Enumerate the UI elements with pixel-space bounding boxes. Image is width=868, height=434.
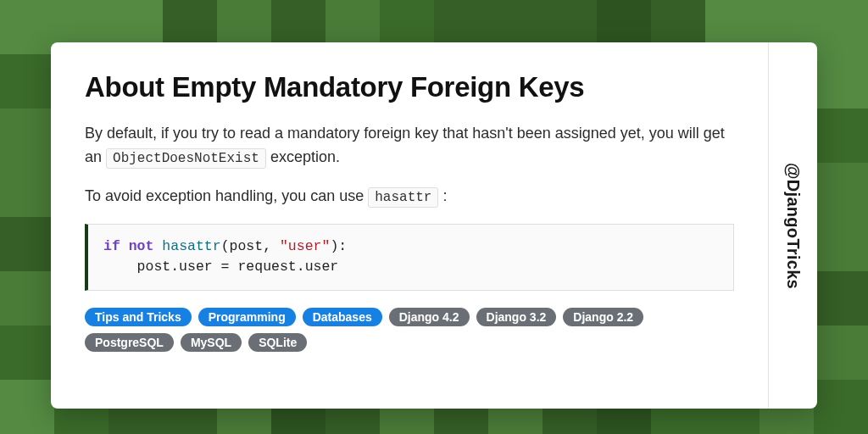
code-keyword-if: if (103, 238, 120, 254)
code-block: if not hasattr(post, "user"): post.user … (85, 224, 734, 292)
tag[interactable]: Django 4.2 (389, 308, 470, 326)
tag[interactable]: Django 2.2 (563, 308, 643, 326)
second-paragraph: To avoid exception handling, you can use… (85, 185, 734, 209)
code-line2: post.user = request.user (103, 259, 338, 275)
para1-text-after: exception. (270, 148, 340, 165)
inline-code-exception: ObjectDoesNotExist (106, 148, 266, 169)
para2-text-before: To avoid exception handling, you can use (85, 187, 368, 204)
page-title: About Empty Mandatory Foreign Keys (85, 71, 734, 103)
code-keyword-not: not (129, 238, 154, 254)
twitter-handle: @DjangoTricks (783, 163, 803, 289)
tag-list: Tips and TricksProgrammingDatabasesDjang… (85, 308, 734, 352)
tag[interactable]: SQLite (248, 333, 307, 352)
code-close: ): (330, 238, 347, 254)
tag[interactable]: Programming (198, 308, 296, 326)
tag[interactable]: MySQL (181, 333, 242, 352)
inline-code-hasattr: hasattr (368, 187, 438, 208)
tag[interactable]: Databases (303, 308, 382, 326)
intro-paragraph: By default, if you try to read a mandato… (85, 122, 734, 170)
code-string-user: "user" (280, 238, 330, 254)
tag[interactable]: Tips and Tricks (85, 308, 192, 326)
para2-text-after: : (442, 187, 447, 204)
tag[interactable]: PostgreSQL (85, 333, 174, 352)
code-function-hasattr: hasattr (162, 238, 220, 254)
tag[interactable]: Django 3.2 (476, 308, 557, 326)
main-column: About Empty Mandatory Foreign Keys By de… (51, 42, 768, 409)
code-open: (post, (221, 238, 280, 254)
content-card: About Empty Mandatory Foreign Keys By de… (51, 42, 817, 409)
sidebar: @DjangoTricks (768, 42, 817, 409)
